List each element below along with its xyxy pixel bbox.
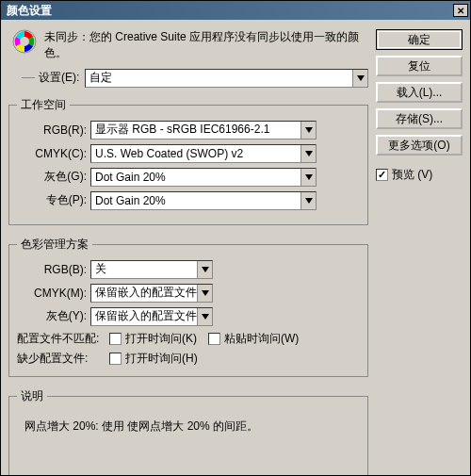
policy-rgb-label: RGB(B):	[17, 263, 90, 276]
cmyk-label: CMYK(C):	[17, 147, 90, 160]
svg-point-1	[20, 37, 29, 46]
titlebar: 颜色设置 ✕	[1, 1, 470, 20]
settings-label: 设置(E):	[39, 70, 79, 86]
warning-icon	[12, 29, 37, 61]
reset-button[interactable]: 复位	[376, 56, 463, 76]
ask-open2-checkbox[interactable]: 打开时询问(H)	[109, 351, 198, 367]
spot-label: 专色(P):	[17, 192, 90, 208]
mismatch-label: 配置文件不匹配:	[17, 331, 109, 347]
rgb-label: RGB(R):	[17, 123, 90, 137]
chevron-down-icon[interactable]	[300, 192, 316, 209]
settings-value: 自定	[86, 70, 352, 86]
chevron-down-icon[interactable]	[197, 285, 212, 302]
settings-select[interactable]: 自定	[85, 69, 368, 88]
policy-group: 色彩管理方案 RGB(B): 关 CMYK(M): 保留嵌入的配置文件 灰色(Y…	[8, 237, 368, 377]
workspace-cmyk-select[interactable]: U.S. Web Coated (SWOP) v2	[90, 144, 317, 163]
checkbox-icon	[376, 169, 388, 181]
more-options-button[interactable]: 更多选项(O)	[376, 135, 463, 156]
policy-gray-select[interactable]: 保留嵌入的配置文件	[90, 307, 213, 326]
desc-legend: 说明	[17, 388, 47, 404]
load-button[interactable]: 载入(L)...	[376, 82, 463, 103]
policy-cmyk-label: CMYK(M):	[17, 287, 90, 300]
ask-paste-checkbox[interactable]: 粘贴时询问(W)	[208, 331, 299, 347]
chevron-down-icon[interactable]	[197, 308, 212, 325]
save-button[interactable]: 存储(S)...	[376, 108, 463, 129]
workspace-spot-select[interactable]: Dot Gain 20%	[90, 191, 317, 210]
checkbox-icon	[109, 353, 122, 365]
policy-legend: 色彩管理方案	[17, 237, 92, 253]
workspace-legend: 工作空间	[17, 97, 70, 113]
window-title: 颜色设置	[7, 3, 52, 19]
close-button[interactable]: ✕	[453, 4, 468, 17]
desc-text: 网点增大 20%: 使用 使网点增大 20% 的间距。	[17, 412, 360, 476]
preview-checkbox[interactable]: 预览 (V)	[376, 167, 463, 183]
divider	[22, 77, 35, 78]
workspace-gray-select[interactable]: Dot Gain 20%	[90, 168, 317, 187]
ask-open-checkbox[interactable]: 打开时询问(K)	[109, 331, 197, 347]
checkbox-icon	[109, 333, 122, 345]
missing-label: 缺少配置文件:	[17, 351, 109, 367]
desc-group: 说明 网点增大 20%: 使用 使网点增大 20% 的间距。	[8, 388, 368, 476]
chevron-down-icon[interactable]	[300, 169, 316, 186]
checkbox-icon	[208, 333, 220, 345]
policy-gray-label: 灰色(Y):	[17, 308, 90, 324]
policy-rgb-select[interactable]: 关	[90, 260, 213, 279]
workspace-rgb-select[interactable]: 显示器 RGB - sRGB IEC61966-2.1	[90, 121, 317, 140]
policy-cmyk-select[interactable]: 保留嵌入的配置文件	[90, 284, 213, 303]
warning-text: 未同步：您的 Creative Suite 应用程序没有同步以使用一致的颜色。	[44, 29, 365, 61]
chevron-down-icon[interactable]	[300, 145, 316, 162]
chevron-down-icon[interactable]	[300, 122, 316, 139]
sync-warning: 未同步：您的 Creative Suite 应用程序没有同步以使用一致的颜色。	[8, 27, 368, 69]
chevron-down-icon[interactable]	[352, 70, 367, 87]
ok-button[interactable]: 确定	[376, 29, 463, 50]
workspace-group: 工作空间 RGB(R): 显示器 RGB - sRGB IEC61966-2.1…	[8, 97, 368, 225]
gray-label: 灰色(G):	[17, 169, 90, 185]
chevron-down-icon[interactable]	[197, 261, 212, 278]
